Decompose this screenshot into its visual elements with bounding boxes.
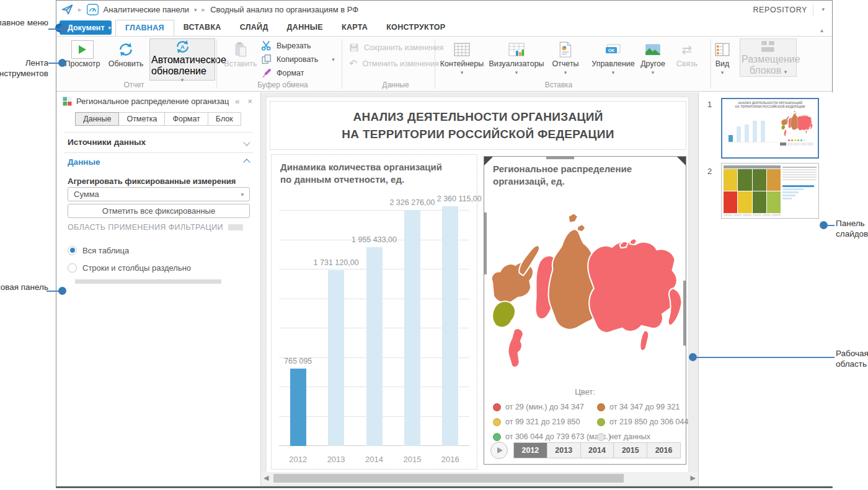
visualizers-button[interactable]: Визуализаторы ▾: [490, 39, 542, 76]
annotation-dot-ribbon: [58, 59, 66, 67]
radio-option[interactable]: Вся таблица: [68, 242, 191, 259]
bar-2012[interactable]: [290, 369, 306, 446]
annotation-dot-work-area: [689, 353, 697, 361]
chevron-down-icon: ▾: [461, 69, 464, 76]
scrollbar-thumb[interactable]: [273, 474, 624, 483]
year-button-2016[interactable]: 2016: [647, 443, 680, 458]
breadcrumb: ▸ Аналитические панели ▾ ▸ Сводный анали…: [61, 4, 358, 15]
sidebar-tab-Отметка[interactable]: Отметка: [118, 112, 165, 126]
sidebar-tab-Данные[interactable]: Данные: [75, 112, 119, 126]
layout-blocks-button[interactable]: Размещение блоков ▾: [740, 38, 797, 77]
legend-label: нет данных: [609, 432, 650, 441]
bar-2015[interactable]: [404, 210, 420, 446]
link-button[interactable]: ⇄ Связь: [670, 39, 704, 69]
breadcrumb-separator: ▸: [202, 6, 206, 14]
year-button-2014[interactable]: 2014: [580, 443, 614, 458]
russia-map[interactable]: [484, 210, 687, 383]
save-changes-button[interactable]: Сохранить изменения: [349, 43, 443, 53]
block-scrollbar[interactable]: [546, 157, 574, 159]
tab-КАРТА[interactable]: КАРТА: [332, 20, 377, 36]
view-list-icon: [715, 39, 730, 59]
chevron-down-icon: ▾: [108, 25, 112, 31]
section-data-sources[interactable]: Источники данных: [68, 138, 249, 147]
picture-icon: [645, 39, 661, 59]
slide-thumbnail-1[interactable]: АНАЛИЗ ДЕЯТЕЛЬНОСТИ ОРГАНИЗАЦИЙ НА ТЕРРИ…: [721, 98, 819, 159]
annotation-slides-panel: Панель слайдов: [836, 218, 868, 239]
thumbnail-treemap: [724, 169, 781, 213]
chevron-down-icon[interactable]: ▾: [822, 6, 825, 12]
aggregate-select[interactable]: Сумма ▾: [68, 187, 250, 201]
sidebar-tab-Формат[interactable]: Формат: [164, 112, 208, 126]
thumbnail-table-and-bars: [782, 165, 817, 216]
refresh-button[interactable]: Обновить: [100, 39, 152, 69]
collapse-panel-icon[interactable]: «: [233, 97, 241, 106]
dashboards-icon[interactable]: [87, 4, 99, 15]
undo-icon: ↶: [349, 58, 357, 69]
breadcrumb-separator: ▸: [78, 6, 82, 14]
section-data[interactable]: Данные: [68, 157, 249, 167]
selection-handle[interactable]: [677, 157, 686, 165]
copy-button[interactable]: Копировать ▾: [261, 54, 335, 64]
dashboard-title-block[interactable]: АНАЛИЗ ДЕЯТЕЛЬНОСТИ ОРГАНИЗАЦИЙ НА ТЕРРИ…: [270, 101, 686, 150]
annotation-sidebar: Боковая панель: [0, 282, 48, 292]
x-axis-label: 2014: [355, 455, 393, 464]
sidebar-header: Региональное распределение организаций «…: [56, 92, 260, 110]
controls-button[interactable]: OK Управление ▾: [587, 39, 639, 76]
tab-СЛАЙД[interactable]: СЛАЙД: [231, 20, 278, 36]
workspace-horizontal-scrollbar[interactable]: ◀ ▶: [261, 472, 698, 484]
sidebar-tab-Блок[interactable]: Блок: [208, 112, 241, 126]
block-scrollbar[interactable]: [484, 212, 487, 274]
map-block[interactable]: Региональное распределение организацй, е…: [484, 156, 686, 465]
slide-thumbnail-2[interactable]: [721, 163, 819, 219]
breadcrumb-document-name[interactable]: Сводный анализ по организациям в РФ: [210, 5, 358, 14]
radio-icon[interactable]: [68, 246, 77, 255]
bar-chart-block[interactable]: Динамика количества организаций по данны…: [271, 154, 477, 470]
containers-button[interactable]: Контейнеры ▾: [436, 39, 488, 76]
x-axis-label: 2015: [393, 455, 431, 464]
mark-all-fixed-button[interactable]: Отметить все фиксированные: [68, 204, 250, 218]
other-button[interactable]: Другое ▾: [634, 39, 671, 76]
play-years-button[interactable]: [490, 442, 508, 459]
selection-handle[interactable]: [484, 157, 493, 165]
format-button[interactable]: Формат: [261, 68, 304, 78]
auto-refresh-button[interactable]: A Автоматическое обновление ▾: [149, 38, 215, 81]
scroll-right-icon[interactable]: ▶: [691, 474, 696, 482]
divider: [64, 152, 253, 153]
reports-button[interactable]: Отчеты ▾: [544, 39, 587, 76]
chevron-down-icon: ▾: [652, 69, 655, 76]
tab-ВСТАВКА[interactable]: ВСТАВКА: [174, 20, 231, 36]
chevron-down-icon[interactable]: ▾: [332, 56, 335, 63]
scroll-left-icon[interactable]: ◀: [264, 474, 268, 482]
undo-changes-button[interactable]: ↶ Отменить изменения: [349, 58, 439, 69]
layout-blocks-icon: [760, 39, 776, 54]
radio-icon[interactable]: [68, 263, 77, 273]
home-logo-icon[interactable]: [61, 4, 73, 15]
year-button-2013[interactable]: 2013: [547, 443, 580, 458]
view-button[interactable]: Вид ▾: [707, 39, 737, 76]
legend-label: от 99 321 до 219 850: [505, 418, 580, 426]
close-panel-icon[interactable]: ×: [246, 97, 254, 106]
breadcrumb-app-name[interactable]: Аналитические панели: [104, 5, 190, 14]
year-button-2015[interactable]: 2015: [613, 443, 647, 458]
slides-panel: 1 АНАЛИЗ ДЕЯТЕЛЬНОСТИ ОРГАНИЗАЦИЙ НА ТЕР…: [698, 92, 833, 486]
tab-КОНСТРУКТОР[interactable]: КОНСТРУКТОР: [377, 20, 454, 36]
paste-button[interactable]: Вставить: [215, 39, 267, 69]
bar-2013[interactable]: [328, 270, 344, 446]
chevron-down-icon: ▾: [241, 191, 244, 198]
sidebar-horizontal-scrollbar[interactable]: [75, 279, 221, 284]
thumbnail-mini-years: [780, 142, 813, 146]
tab-ГЛАВНАЯ[interactable]: ГЛАВНАЯ: [115, 20, 174, 36]
bar-2016[interactable]: [442, 206, 458, 446]
x-axis-label: 2012: [279, 455, 317, 464]
thumbnail-treemap-cell: [738, 191, 751, 213]
thumbnail-bar: [753, 121, 757, 142]
repository-label[interactable]: REPOSITORY: [753, 6, 807, 14]
radio-option[interactable]: Строки и столбцы раздельно: [68, 259, 191, 276]
tab-ДАННЫЕ[interactable]: ДАННЫЕ: [278, 20, 332, 36]
bar-2014[interactable]: [366, 247, 383, 446]
year-button-2012[interactable]: 2012: [514, 443, 547, 458]
collapse-ribbon-icon[interactable]: ▴: [820, 27, 823, 33]
cut-button[interactable]: Вырезать: [261, 40, 311, 51]
block-scrollbar[interactable]: [683, 281, 686, 346]
chevron-down-icon[interactable]: ▾: [194, 7, 197, 13]
